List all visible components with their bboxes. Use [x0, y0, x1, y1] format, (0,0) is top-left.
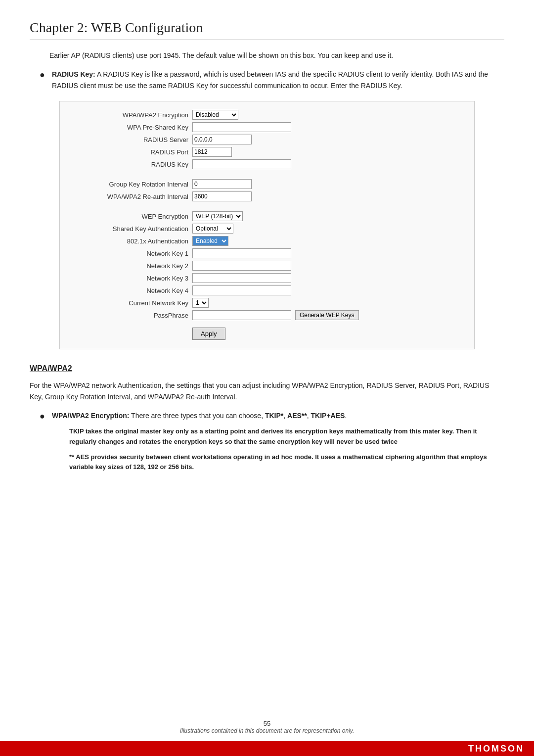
- netkey1-row: Network Key 1: [70, 248, 464, 258]
- radius-key-input[interactable]: [192, 159, 291, 169]
- wep-encryption-label: WEP Encryption: [70, 213, 188, 220]
- current-netkey-label: Current Network Key: [70, 299, 188, 307]
- netkey4-label: Network Key 4: [70, 287, 188, 294]
- shared-key-row: Shared Key Authentication Optional Manda…: [70, 224, 464, 234]
- radius-key-label: RADIUS Key:: [52, 70, 95, 78]
- wpa-preshared-label: WPA Pre-Shared Key: [70, 124, 188, 131]
- reauth-input[interactable]: [192, 191, 252, 201]
- passphrase-row: PassPhrase Generate WEP Keys: [70, 310, 464, 320]
- wpa-preshared-row: WPA Pre-Shared Key: [70, 122, 464, 132]
- netkey3-label: Network Key 3: [70, 275, 188, 282]
- thomson-logo: THOMSON: [468, 744, 524, 754]
- footer: 55 Illustrations contained in this docum…: [0, 715, 534, 756]
- footer-page-area: 55 Illustrations contained in this docum…: [0, 715, 534, 741]
- passphrase-input[interactable]: [192, 310, 291, 320]
- chapter-title: Chapter 2: WEB Configuration: [30, 20, 504, 40]
- wpa-bullet-dot: ●: [40, 411, 45, 422]
- radius-key-form-label: RADIUS Key: [70, 161, 188, 168]
- wpa-intro-text: For the WPA/WPA2 network Authentication,…: [30, 380, 504, 402]
- dot1x-row: 802.1x Authentication Enabled Disabled: [70, 236, 464, 246]
- radius-key-desc: RADIUS Key: A RADIUS Key is like a passw…: [52, 69, 504, 91]
- wpa-encryption-bullet-desc: There are three types that you can choos…: [131, 412, 347, 420]
- intro-text: Earlier AP (RADIUS clients) use port 194…: [49, 50, 504, 61]
- netkey3-input[interactable]: [192, 273, 291, 283]
- passphrase-label: PassPhrase: [70, 312, 188, 319]
- dot1x-select[interactable]: Enabled Disabled: [192, 236, 228, 246]
- apply-row: Apply: [70, 323, 464, 343]
- group-key-input[interactable]: [192, 179, 252, 189]
- radius-key-row: RADIUS Key: [70, 159, 464, 169]
- radius-server-row: RADIUS Server: [70, 135, 464, 144]
- wpa-heading: WPA/WPA2: [30, 364, 504, 373]
- radius-port-label: RADIUS Port: [70, 148, 188, 156]
- radius-key-bullet: ● RADIUS Key: A RADIUS Key is like a pas…: [40, 69, 504, 91]
- wpa-encryption-select[interactable]: Disabled WPA WPA2 WPA+WPA2: [192, 110, 238, 120]
- wpa-preshared-input[interactable]: [192, 122, 291, 132]
- aes-description: ** AES provides security between client …: [69, 452, 504, 473]
- netkey2-row: Network Key 2: [70, 261, 464, 271]
- footer-bottom-bar: THOMSON: [0, 741, 534, 756]
- wpa-encryption-bullet: ● WPA/WPA2 Encryption: There are three t…: [40, 410, 504, 422]
- wpa-encryption-bullet-text: WPA/WPA2 Encryption: There are three typ…: [52, 410, 347, 421]
- current-netkey-row: Current Network Key 1 2 3 4: [70, 298, 464, 308]
- radius-key-text: A RADIUS Key is like a password, which i…: [52, 70, 488, 89]
- reauth-row: WPA/WPA2 Re-auth Interval: [70, 191, 464, 201]
- current-netkey-select[interactable]: 1 2 3 4: [192, 298, 209, 308]
- radius-server-input[interactable]: [192, 135, 252, 144]
- wep-encryption-select[interactable]: WEP (128-bit) WEP (64-bit) Disabled: [192, 211, 243, 221]
- shared-key-select[interactable]: Optional Mandatory: [192, 224, 233, 234]
- footer-disclaimer: Illustrations contained in this document…: [0, 727, 534, 739]
- netkey1-label: Network Key 1: [70, 250, 188, 257]
- generate-wep-button[interactable]: Generate WEP Keys: [295, 310, 359, 320]
- group-key-row: Group Key Rotation Interval: [70, 179, 464, 189]
- radius-server-label: RADIUS Server: [70, 136, 188, 143]
- config-form: WPA/WPA2 Encryption Disabled WPA WPA2 WP…: [59, 101, 475, 349]
- radius-port-input[interactable]: [192, 147, 232, 157]
- bullet-dot: ●: [40, 70, 45, 80]
- netkey1-input[interactable]: [192, 248, 291, 258]
- netkey2-label: Network Key 2: [70, 262, 188, 270]
- shared-key-label: Shared Key Authentication: [70, 225, 188, 233]
- tkip-description: TKIP takes the original master key only …: [69, 426, 504, 447]
- radius-port-row: RADIUS Port: [70, 147, 464, 157]
- wpa-encryption-row: WPA/WPA2 Encryption Disabled WPA WPA2 WP…: [70, 110, 464, 120]
- page-number: 55: [0, 720, 534, 727]
- netkey4-row: Network Key 4: [70, 285, 464, 295]
- reauth-label: WPA/WPA2 Re-auth Interval: [70, 193, 188, 200]
- netkey4-input[interactable]: [192, 285, 291, 295]
- group-key-label: Group Key Rotation Interval: [70, 181, 188, 188]
- wpa-encryption-label: WPA/WPA2 Encryption: [70, 111, 188, 119]
- apply-button[interactable]: Apply: [192, 328, 225, 340]
- netkey3-row: Network Key 3: [70, 273, 464, 283]
- wpa-encryption-bullet-label: WPA/WPA2 Encryption:: [52, 412, 130, 420]
- wep-encryption-row: WEP Encryption WEP (128-bit) WEP (64-bit…: [70, 211, 464, 221]
- wpa-section: WPA/WPA2 For the WPA/WPA2 network Authen…: [30, 364, 504, 472]
- dot1x-label: 802.1x Authentication: [70, 237, 188, 245]
- netkey2-input[interactable]: [192, 261, 291, 271]
